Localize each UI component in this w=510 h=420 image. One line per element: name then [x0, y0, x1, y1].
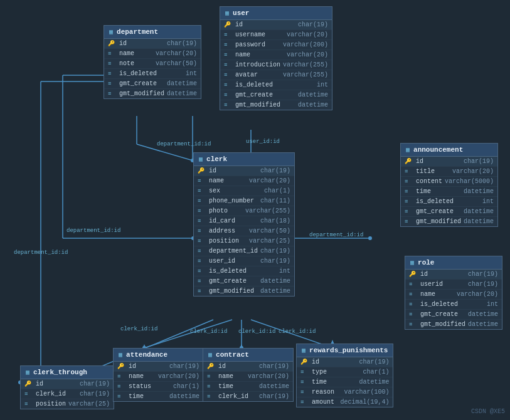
field-name: gmt_create	[119, 80, 164, 87]
field-dept-id: 🔑 id char(19)	[104, 39, 201, 49]
field-icon: ≡	[108, 61, 117, 67]
field-name: id	[235, 21, 295, 28]
table-contract-header: ▦ contract	[203, 349, 293, 362]
field-type: varchar(255)	[245, 207, 290, 214]
pk-icon: 🔑	[224, 21, 233, 28]
field-rp-time: ≡ time datetime	[297, 377, 393, 387]
field-ann-id: 🔑 id char(19)	[401, 157, 497, 167]
field-name: introduction	[235, 61, 280, 68]
field-type: char(19)	[298, 21, 328, 28]
field-type: varchar(255)	[283, 71, 328, 78]
field-name: is_deleted	[209, 268, 277, 275]
field-gmt-create: ≡ gmt_create datetime	[104, 79, 201, 89]
field-password: ≡ password varchar(200)	[220, 40, 332, 50]
field-type: char(19)	[169, 363, 199, 370]
field-type: char(1)	[363, 369, 389, 375]
field-icon: ≡	[409, 302, 418, 308]
field-icon: ≡	[198, 238, 206, 244]
field-icon: ≡	[198, 268, 206, 275]
field-icon: ≡	[198, 258, 206, 265]
table-dept-name: department	[117, 28, 158, 36]
field-type: varchar(20)	[158, 373, 199, 380]
field-type: datetime	[464, 218, 494, 225]
field-name: id_card	[209, 218, 258, 224]
field-type: char(11)	[260, 197, 290, 204]
table-icon: ▦	[109, 28, 113, 36]
field-rp-id: 🔑 id char(19)	[297, 357, 393, 367]
field-type: int	[317, 81, 328, 88]
field-icon: ≡	[409, 281, 418, 288]
field-phone: ≡ phone_number char(11)	[194, 196, 294, 206]
field-user-id: ≡ user_id char(19)	[194, 256, 294, 266]
field-type: char(18)	[260, 218, 290, 224]
field-icon: ≡	[224, 102, 233, 108]
table-department-header: ▦ department	[104, 26, 201, 39]
field-type: datetime	[167, 90, 197, 97]
field-type: datetime	[298, 92, 328, 98]
pk-icon: 🔑	[409, 271, 418, 278]
field-type: char(19)	[468, 271, 498, 278]
field-name: gmt_create	[235, 92, 295, 98]
field-name: id	[420, 271, 465, 278]
field-icon: ≡	[405, 199, 413, 205]
field-type: char(19)	[80, 381, 110, 387]
field-type: varchar(25)	[68, 401, 110, 407]
pk-icon: 🔑	[207, 363, 216, 370]
field-type: datetime	[468, 321, 498, 328]
field-type: decimal(19,4)	[340, 399, 389, 406]
table-icon: ▦	[302, 347, 305, 354]
table-clerk-through-name: clerk_through	[33, 369, 87, 376]
field-name: id	[218, 363, 257, 370]
field-ct-clerk-id: ≡ clerk_id char(19)	[21, 389, 114, 399]
field-name: position	[36, 401, 66, 407]
field-content: ≡ content varchar(5000)	[401, 177, 497, 187]
field-icon: ≡	[300, 369, 309, 375]
field-name: clerk_id	[218, 393, 257, 400]
field-icon: ≡	[108, 51, 117, 57]
field-department-id: ≡ department_id char(19)	[194, 246, 294, 256]
field-type: varchar(20)	[452, 168, 494, 175]
table-icon: ▦	[26, 369, 29, 376]
field-name: is_deleted	[119, 70, 183, 77]
field-name: user_id	[209, 258, 258, 265]
field-type: varchar(20)	[248, 373, 289, 380]
field-icon: ≡	[207, 394, 216, 400]
field-icon: ≡	[300, 389, 309, 396]
label-dept-id-1: department_id:id	[157, 141, 211, 147]
field-type: varchar(25)	[249, 238, 290, 244]
field-name: amount	[312, 399, 337, 406]
table-icon: ▦	[199, 155, 203, 163]
field-icon: ≡	[409, 291, 418, 298]
field-name: gmt_create	[416, 208, 461, 215]
field-type: char(19)	[260, 167, 290, 174]
field-name: note	[119, 60, 153, 67]
table-rp-name: rewards_punishments	[309, 347, 388, 354]
field-icon: ≡	[198, 198, 206, 204]
field-name: id	[119, 40, 164, 47]
field-name: gmt_create	[209, 278, 258, 285]
label-user-id: user_id:id	[246, 139, 280, 145]
field-icon: ≡	[198, 188, 206, 194]
field-icon: ≡	[224, 52, 233, 58]
field-type: varchar(20)	[249, 177, 290, 184]
pk-icon: 🔑	[117, 363, 126, 370]
field-icon: ≡	[224, 42, 233, 48]
table-announcement: ▦ announcement 🔑 id char(19) ≡ title var…	[400, 143, 498, 227]
field-icon: ≡	[224, 92, 233, 98]
field-type: char(19)	[260, 248, 290, 255]
table-rp-header: ▦ rewards_punishments	[297, 344, 393, 357]
table-icon: ▦	[119, 351, 122, 359]
field-type: datetime	[167, 80, 197, 87]
field-icon: ≡	[300, 399, 309, 406]
field-icon: ≡	[198, 208, 206, 214]
field-icon: ≡	[409, 312, 418, 318]
field-type: varchar(20)	[156, 50, 197, 57]
table-icon: ▦	[406, 146, 410, 154]
field-name: id	[129, 363, 167, 370]
field-gmt-modified: ≡ gmt_modified datetime	[194, 286, 294, 296]
table-clerk-through-header: ▦ clerk_through	[21, 366, 114, 379]
svg-point-18	[368, 236, 372, 240]
field-type: char(19)	[259, 363, 289, 370]
field-photo: ≡ photo varchar(255)	[194, 206, 294, 216]
field-name: id	[209, 167, 258, 174]
